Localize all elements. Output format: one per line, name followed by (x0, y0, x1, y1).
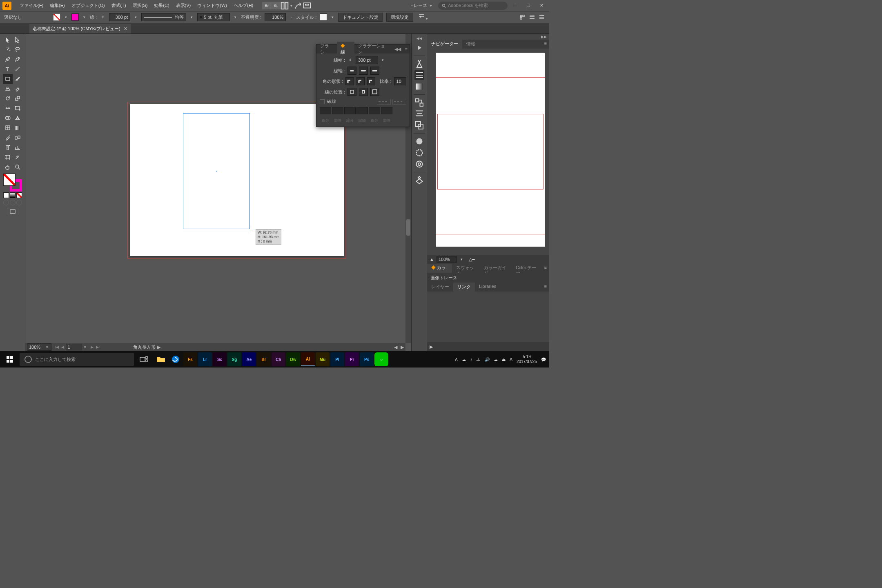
taskbar-line[interactable]: ○ (374, 352, 388, 366)
taskbar-app[interactable]: Pr (345, 352, 359, 366)
fill-stroke-indicator[interactable] (3, 174, 22, 192)
feedback-icon[interactable] (303, 2, 312, 9)
style-swatch[interactable] (320, 13, 327, 21)
fill-swatch[interactable] (53, 13, 60, 21)
hand-tool[interactable] (3, 162, 13, 172)
tray-network-icon[interactable]: 🖧 (477, 357, 481, 362)
taskbar-app[interactable]: Br (257, 352, 271, 366)
align-menu-icon[interactable]: ▾ (418, 13, 429, 21)
tray-cloud-icon[interactable]: ☁ (462, 357, 466, 362)
symbol-sprayer-tool[interactable] (3, 143, 13, 152)
menu-object[interactable]: オブジェクト(O) (68, 1, 108, 10)
dash-field[interactable] (344, 107, 356, 114)
color-mode-gradient[interactable] (10, 192, 16, 198)
tray-chevron-up-icon[interactable]: ᐱ (455, 357, 458, 362)
stroke-weight-field[interactable]: 300 pt (109, 13, 130, 21)
panel-collapse-icon[interactable]: ▶▶ (539, 34, 549, 40)
navigator-panel[interactable] (427, 49, 549, 255)
panel-collapse-icon[interactable]: ◀◀ (392, 45, 403, 53)
shape-builder-tool[interactable] (3, 113, 13, 123)
dock-gradient-icon[interactable] (414, 82, 424, 91)
stepper-icon[interactable]: ⇕ (100, 15, 106, 19)
slice-tool[interactable] (13, 152, 22, 162)
blend-tool[interactable] (13, 133, 22, 143)
panel-menu-icon[interactable] (539, 14, 545, 20)
zoom-slider-icon[interactable]: △━ (469, 257, 475, 262)
bridge-icon[interactable]: Br (262, 2, 271, 9)
curvature-tool[interactable] (13, 54, 22, 64)
menu-help[interactable]: ヘルプ(H) (230, 1, 256, 10)
close-button[interactable]: ✕ (536, 2, 547, 9)
tab-color[interactable]: ◆ カラー (427, 264, 452, 273)
lasso-tool[interactable] (13, 45, 22, 54)
stock-icon[interactable]: St (271, 2, 280, 9)
document-setup-button[interactable]: ドキュメント設定 (338, 13, 383, 22)
join-miter-button[interactable] (345, 77, 354, 85)
snap-pixel-icon[interactable] (519, 14, 526, 20)
tray-bluetooth-icon[interactable]: ᚼ (470, 357, 472, 362)
tab-layers[interactable]: レイヤー (427, 283, 453, 292)
preferences-button[interactable]: 環境設定 (386, 13, 413, 22)
rectangle-tool[interactable] (3, 74, 13, 84)
column-graph-tool[interactable] (13, 143, 22, 152)
join-bevel-button[interactable] (367, 77, 375, 85)
eraser-tool[interactable] (13, 84, 22, 94)
navigator-view-rect[interactable] (437, 114, 543, 189)
taskbar-app[interactable]: Fs (183, 352, 197, 366)
links-info-icon[interactable]: ▶ (430, 344, 433, 350)
stroke-weight-input[interactable]: 300 pt (356, 56, 378, 64)
taskbar-app[interactable]: Lr (198, 352, 212, 366)
menu-type[interactable]: 書式(T) (108, 1, 129, 10)
free-transform-tool[interactable] (13, 103, 22, 113)
taskbar-edge[interactable] (169, 352, 183, 366)
taskbar-app[interactable]: Sc (213, 352, 227, 366)
taskbar-app[interactable]: Ch (272, 352, 285, 366)
page-field[interactable]: 1 (66, 344, 82, 350)
zoom-out-icon[interactable]: ▲ (430, 257, 434, 262)
align-inside-button[interactable] (359, 88, 368, 96)
cap-round-button[interactable] (359, 67, 368, 75)
zoom-level-field[interactable]: 100%▾ (27, 343, 51, 351)
tab-color-guide[interactable]: カラーガイド (480, 264, 512, 273)
task-view-button[interactable] (134, 351, 154, 368)
tab-links[interactable]: リンク (453, 283, 475, 292)
tray-clock[interactable]: 5:19 2017/07/25 (517, 354, 537, 364)
align-center-button[interactable] (347, 88, 356, 96)
stroke-swatch[interactable] (71, 13, 79, 21)
tray-notification-icon[interactable]: 💬 (541, 357, 546, 362)
draw-normal[interactable] (3, 200, 9, 205)
line-tool[interactable] (13, 64, 22, 74)
artboard-tool[interactable] (3, 152, 13, 162)
document-tab[interactable]: 名称未設定-1* @ 100% (CMYK/プレビュー) ✕ (29, 24, 131, 33)
stepper-icon[interactable]: ⇕ (347, 58, 353, 62)
scale-tool[interactable] (13, 94, 22, 103)
status-menu-icon[interactable]: ▶ (156, 345, 162, 350)
taskbar-app[interactable]: Dw (286, 352, 300, 366)
cap-butt-button[interactable] (347, 67, 356, 75)
rotate-tool[interactable] (3, 94, 13, 103)
snap-point-icon[interactable] (529, 14, 535, 20)
stock-search[interactable]: Adobe Stock を検索 (438, 2, 508, 10)
shaper-tool[interactable] (3, 84, 13, 94)
tab-info[interactable]: 情報 (462, 40, 479, 49)
tab-stroke[interactable]: ◆ 線 (337, 42, 354, 56)
image-trace-header[interactable]: 画像トレース (427, 273, 549, 283)
color-mode-solid[interactable] (3, 192, 9, 198)
taskbar-illustrator[interactable]: Ai (301, 352, 315, 366)
chevron-down-icon[interactable]: ▾ (289, 4, 294, 8)
gap-field[interactable] (356, 107, 368, 114)
eyedropper-tool[interactable] (3, 133, 13, 143)
gpu-icon[interactable] (294, 2, 303, 9)
width-profile-field[interactable]: 均等 (141, 13, 186, 21)
tab-brushes[interactable]: ブラシ (316, 42, 337, 56)
magic-wand-tool[interactable] (3, 45, 13, 54)
align-outside-button[interactable] (370, 88, 379, 96)
workspace-switcher[interactable]: トレース ▾ (407, 2, 436, 9)
dock-play-icon[interactable] (414, 43, 424, 53)
menu-select[interactable]: 選択(S) (129, 1, 151, 10)
taskbar-app[interactable]: Sg (227, 352, 241, 366)
join-round-button[interactable] (356, 77, 365, 85)
mesh-tool[interactable] (3, 123, 13, 133)
draw-inside[interactable] (16, 200, 22, 205)
menu-view[interactable]: 表示(V) (173, 1, 194, 10)
